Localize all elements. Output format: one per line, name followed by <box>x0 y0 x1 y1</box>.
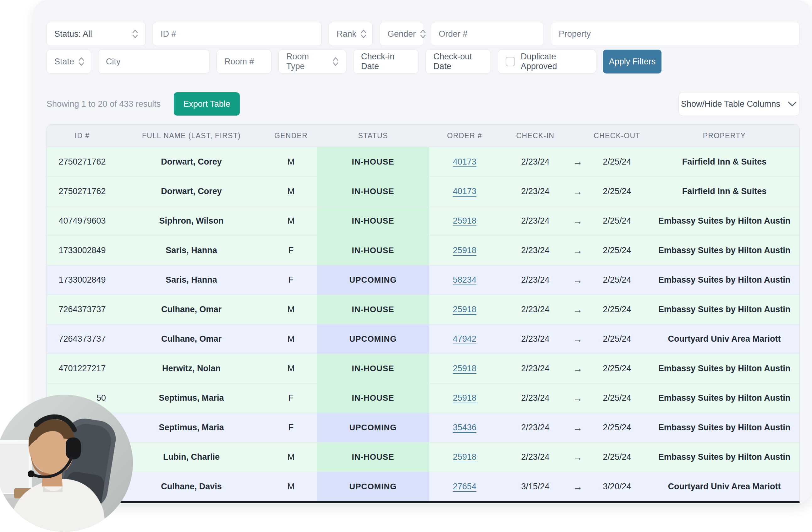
export-table-button[interactable]: Export Table <box>174 92 240 116</box>
status-badge: IN-HOUSE <box>317 295 429 324</box>
order-filter-input[interactable] <box>439 29 536 39</box>
check-out-cell: 2/25/24 <box>585 147 649 177</box>
order-link[interactable]: 40173 <box>453 187 476 196</box>
check-in-cell: 3/15/24 <box>500 472 571 501</box>
property-cell: Fairfield Inn & Suites <box>649 177 799 206</box>
city-filter-input[interactable] <box>106 57 202 66</box>
property-filter-input[interactable] <box>559 29 792 39</box>
room-type-filter-label: Room Type <box>286 52 328 71</box>
id-filter-box[interactable] <box>153 22 322 46</box>
duplicate-approved-checkbox[interactable] <box>506 57 515 66</box>
gender-filter-label: Gender <box>388 29 416 39</box>
col-header-full-name: FULL NAME (LAST, FIRST) <box>117 132 265 140</box>
check-in-date-picker[interactable]: Check-in Date <box>353 50 419 73</box>
order-cell: 40173 <box>429 177 500 206</box>
table-row: 1733002849Saris, HannaFUPCOMING582342/23… <box>47 265 799 295</box>
guest-name-cell: Septimus, Maria <box>117 413 265 442</box>
guest-id-cell: 2750271762 <box>47 177 117 206</box>
order-link[interactable]: 47942 <box>453 334 476 344</box>
guest-id-cell: 7264373737 <box>47 295 117 324</box>
check-out-cell: 2/25/24 <box>585 413 649 442</box>
guest-name-cell: Herwitz, Nolan <box>117 354 265 383</box>
check-in-cell: 2/23/24 <box>500 383 571 413</box>
order-link[interactable]: 35436 <box>453 423 476 432</box>
results-summary: Showing 1 to 20 of 433 results <box>46 99 161 109</box>
rank-filter-select[interactable]: Rank <box>329 22 373 46</box>
table-header-row: ID # FULL NAME (LAST, FIRST) GENDER STAT… <box>47 125 799 147</box>
chevron-down-icon <box>787 101 797 107</box>
sort-chevrons-icon <box>333 57 338 66</box>
check-out-date-picker[interactable]: Check-out Date <box>425 50 491 73</box>
order-cell: 58234 <box>429 265 500 295</box>
status-filter-select[interactable]: Status: All <box>46 22 146 46</box>
order-link[interactable]: 25918 <box>453 452 476 462</box>
table-body: 2750271762Dorwart, CoreyMIN-HOUSE401732/… <box>47 147 799 501</box>
id-filter-input[interactable] <box>161 29 314 39</box>
state-filter-select[interactable]: State <box>46 50 91 73</box>
status-badge: IN-HOUSE <box>317 443 429 472</box>
status-badge: IN-HOUSE <box>317 383 429 413</box>
room-filter-box[interactable] <box>217 50 272 73</box>
check-in-cell: 2/23/24 <box>500 443 571 472</box>
check-out-cell: 2/25/24 <box>585 383 649 413</box>
duplicate-approved-filter[interactable]: Duplicate Approved <box>498 50 596 73</box>
arrow-right-icon: → <box>571 324 585 354</box>
col-header-property: PROPERTY <box>649 132 799 140</box>
support-agent-photo <box>0 395 133 532</box>
order-filter-box[interactable] <box>431 22 544 46</box>
order-link[interactable]: 25918 <box>453 305 476 314</box>
property-cell: Embassy Suites by Hilton Austin <box>649 295 799 324</box>
check-in-cell: 2/23/24 <box>500 206 571 236</box>
show-hide-columns-dropdown[interactable]: Show/Hide Table Columns <box>679 92 800 116</box>
check-out-cell: 3/20/24 <box>585 472 649 501</box>
guest-id-cell: 1733002849 <box>47 265 117 295</box>
status-filter-label: Status: All <box>54 29 92 39</box>
status-badge: UPCOMING <box>317 265 429 295</box>
sort-chevrons-icon <box>361 30 366 38</box>
filter-row-1: Status: All Rank Gender <box>46 22 800 46</box>
order-cell: 25918 <box>429 206 500 236</box>
table-row: Culhane, DavisMUPCOMING276543/15/24→3/20… <box>47 472 799 501</box>
guest-name-cell: Saris, Hanna <box>117 236 265 265</box>
room-filter-input[interactable] <box>224 57 264 66</box>
status-badge: IN-HOUSE <box>317 147 429 177</box>
order-link[interactable]: 25918 <box>453 364 476 373</box>
arrow-right-icon: → <box>571 443 585 472</box>
order-cell: 27654 <box>429 472 500 501</box>
guest-name-cell: Dorwart, Corey <box>117 147 265 177</box>
guest-name-cell: Saris, Hanna <box>117 265 265 295</box>
order-link[interactable]: 25918 <box>453 246 476 255</box>
guest-gender-cell: M <box>265 295 317 324</box>
property-filter-box[interactable] <box>551 22 800 46</box>
check-out-cell: 2/25/24 <box>585 324 649 354</box>
guest-id-cell: 1733002849 <box>47 236 117 265</box>
order-cell: 25918 <box>429 443 500 472</box>
guest-gender-cell: M <box>265 177 317 206</box>
table-row: Lubin, CharlieMIN-HOUSE259182/23/24→2/25… <box>47 442 799 472</box>
check-out-cell: 2/25/24 <box>585 236 649 265</box>
city-filter-box[interactable] <box>98 50 209 73</box>
order-link[interactable]: 27654 <box>453 482 476 491</box>
check-in-cell: 2/23/24 <box>500 295 571 324</box>
property-cell: Fairfield Inn & Suites <box>649 147 799 177</box>
order-link[interactable]: 25918 <box>453 393 476 403</box>
results-bar: Showing 1 to 20 of 433 results Export Ta… <box>46 92 800 116</box>
guest-name-cell: Culhane, Omar <box>117 295 265 324</box>
check-in-cell: 2/23/24 <box>500 324 571 354</box>
col-header-gender: GENDER <box>265 132 317 140</box>
guest-gender-cell: M <box>265 147 317 177</box>
order-link[interactable]: 25918 <box>453 216 476 226</box>
order-cell: 35436 <box>429 413 500 442</box>
order-link[interactable]: 58234 <box>453 275 476 285</box>
filter-row-2: State Room Type Check-in Date Check-out … <box>46 50 800 73</box>
table-row: 7264373737Culhane, OmarMUPCOMING479422/2… <box>47 324 799 354</box>
room-type-filter-select[interactable]: Room Type <box>278 50 346 73</box>
guest-name-cell: Septimus, Maria <box>117 383 265 413</box>
order-cell: 25918 <box>429 295 500 324</box>
gender-filter-select[interactable]: Gender <box>380 22 424 46</box>
check-in-cell: 2/23/24 <box>500 413 571 442</box>
guest-name-cell: Culhane, Omar <box>117 324 265 354</box>
order-cell: 40173 <box>429 147 500 177</box>
apply-filters-button[interactable]: Apply Filters <box>603 50 662 73</box>
order-link[interactable]: 40173 <box>453 157 476 167</box>
